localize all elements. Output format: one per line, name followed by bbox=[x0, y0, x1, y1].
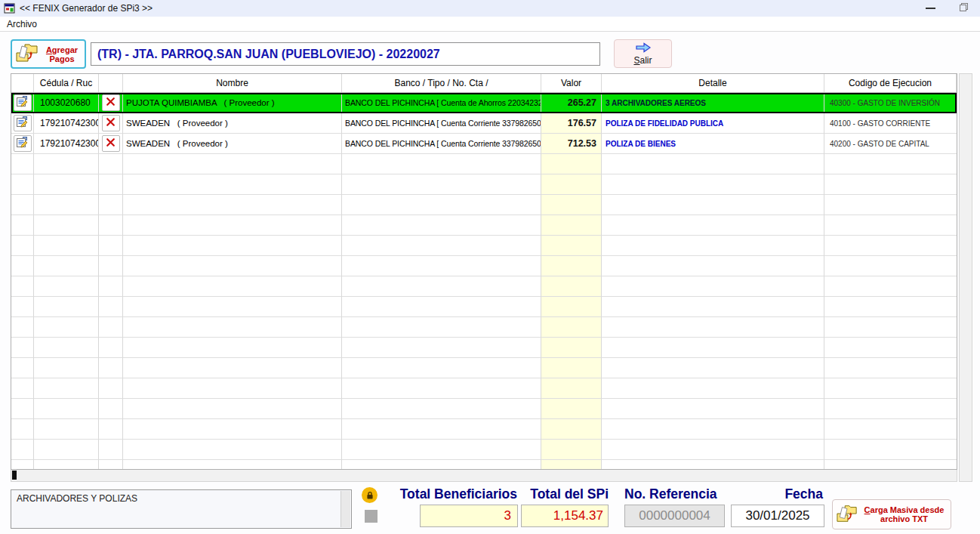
cell-valor bbox=[541, 378, 602, 399]
menubar: Archivo bbox=[0, 17, 980, 32]
cell-nombre bbox=[123, 460, 342, 470]
cell-banco bbox=[342, 236, 541, 256]
edit-row-cell bbox=[11, 460, 34, 470]
titlebar: << FENIX Generador de SPi3 >> bbox=[0, 0, 980, 17]
grid-header-cell: Codigo de Ejecucion bbox=[824, 74, 957, 92]
table-row-empty bbox=[11, 154, 957, 174]
restore-button[interactable] bbox=[947, 0, 980, 17]
delete-row-button[interactable] bbox=[102, 115, 120, 131]
cell-valor bbox=[541, 276, 602, 297]
table-row-empty bbox=[11, 419, 957, 440]
cell-detalle bbox=[602, 378, 824, 399]
cell-nombre bbox=[123, 399, 342, 419]
table-row-empty bbox=[11, 195, 957, 215]
fecha-field[interactable]: 30/01/2025 bbox=[731, 505, 824, 527]
descripcion-text: ARCHIVADORES Y POLIZAS bbox=[17, 493, 137, 504]
cell-banco bbox=[342, 419, 541, 440]
cell-codigo bbox=[824, 174, 957, 195]
cell-cedula bbox=[34, 358, 99, 378]
cell-nombre: SWEADEN ( Proveedor ) bbox=[123, 134, 342, 154]
folder-import-icon bbox=[836, 503, 858, 526]
cell-codigo bbox=[824, 440, 957, 460]
table-row[interactable]: 1003020680PUJOTA QUIMBIAMBA ( Proveedor … bbox=[11, 93, 957, 113]
cell-cedula bbox=[34, 276, 99, 297]
table-row-empty bbox=[11, 338, 957, 358]
cell-valor bbox=[541, 174, 602, 195]
cell-detalle bbox=[602, 256, 824, 276]
menu-item-archivo[interactable]: Archivo bbox=[0, 19, 44, 29]
table-row-empty bbox=[11, 215, 957, 236]
edit-row-cell bbox=[11, 399, 34, 419]
cell-nombre: SWEADEN ( Proveedor ) bbox=[123, 113, 342, 134]
cell-banco bbox=[342, 154, 541, 174]
agregar-pagos-label: Agregar Pagos bbox=[42, 45, 82, 63]
cell-valor bbox=[541, 419, 602, 440]
delete-row-cell bbox=[99, 174, 123, 195]
edit-row-button[interactable] bbox=[14, 94, 32, 111]
entity-input[interactable]: (TR) - JTA. PARROQ.SAN JUAN (PUEBLOVIEJO… bbox=[91, 42, 600, 66]
total-spi-label: Total del SPi bbox=[529, 486, 609, 503]
delete-row-cell bbox=[99, 195, 123, 215]
cell-nombre bbox=[123, 440, 342, 460]
horizontal-scroll-thumb[interactable] bbox=[12, 471, 17, 480]
delete-row-button[interactable] bbox=[102, 94, 120, 111]
edit-row-cell bbox=[11, 174, 34, 195]
minimize-button[interactable] bbox=[914, 0, 947, 17]
edit-row-cell bbox=[11, 276, 34, 297]
cell-codigo: 40300 - GASTO DE INVERSIÓN bbox=[824, 93, 957, 113]
red-x-icon bbox=[106, 96, 116, 110]
cell-banco bbox=[342, 317, 541, 338]
cell-valor bbox=[541, 317, 602, 338]
cell-detalle: POLIZA DE FIDELIDAD PUBLICA bbox=[602, 113, 824, 134]
cell-nombre bbox=[123, 338, 342, 358]
cell-banco bbox=[342, 460, 541, 470]
grid-horizontal-scrollbar[interactable] bbox=[11, 470, 957, 482]
table-row-empty bbox=[11, 174, 957, 195]
cell-detalle bbox=[602, 338, 824, 358]
gray-indicator bbox=[365, 510, 378, 523]
salir-button[interactable]: Salir bbox=[614, 39, 672, 68]
delete-row-button[interactable] bbox=[102, 135, 120, 152]
grid-vertical-scrollbar[interactable] bbox=[959, 73, 972, 482]
grid-header-cell: Detalle bbox=[602, 74, 824, 92]
cell-detalle bbox=[602, 419, 824, 440]
edit-row-button[interactable] bbox=[14, 115, 32, 131]
table-row[interactable]: 1792107423001SWEADEN ( Proveedor )BANCO … bbox=[11, 113, 957, 134]
table-row-empty bbox=[11, 440, 957, 460]
edit-row-cell bbox=[11, 358, 34, 378]
edit-row-cell bbox=[11, 154, 34, 174]
grid-body: 1003020680PUJOTA QUIMBIAMBA ( Proveedor … bbox=[11, 93, 957, 470]
carga-masiva-button[interactable]: Carga Masiva desde archivo TXT bbox=[832, 499, 951, 529]
folder-add-icon bbox=[15, 42, 39, 66]
edit-row-cell bbox=[11, 256, 34, 276]
cell-nombre bbox=[123, 236, 342, 256]
delete-row-cell bbox=[99, 256, 123, 276]
cell-codigo bbox=[824, 154, 957, 174]
edit-row-button[interactable] bbox=[14, 135, 32, 152]
cell-nombre bbox=[123, 419, 342, 440]
cell-detalle: POLIZA DE BIENES bbox=[602, 134, 824, 154]
cell-banco bbox=[342, 358, 541, 378]
cell-valor: 712.53 bbox=[541, 134, 602, 154]
delete-row-cell bbox=[99, 399, 123, 419]
agregar-pagos-button[interactable]: Agregar Pagos bbox=[11, 39, 86, 69]
cell-valor bbox=[541, 195, 602, 215]
cell-nombre bbox=[123, 256, 342, 276]
cell-cedula bbox=[34, 460, 99, 470]
cell-banco: BANCO DEL PICHINCHA [ Cuenta de Ahorros … bbox=[342, 93, 541, 113]
table-row[interactable]: 1792107423001SWEADEN ( Proveedor )BANCO … bbox=[11, 134, 957, 154]
cell-banco bbox=[342, 378, 541, 399]
no-referencia-label: No. Referencia bbox=[624, 486, 738, 503]
table-row-empty bbox=[11, 236, 957, 256]
edit-row-cell bbox=[11, 134, 34, 154]
cell-banco: BANCO DEL PICHINCHA [ Cuenta Corriente 3… bbox=[342, 113, 541, 134]
textarea-scrollbar[interactable] bbox=[341, 491, 350, 527]
cell-valor bbox=[541, 256, 602, 276]
table-row-empty bbox=[11, 399, 957, 419]
edit-row-cell bbox=[11, 317, 34, 338]
cell-cedula: 1792107423001 bbox=[34, 113, 99, 134]
descripcion-textarea[interactable]: ARCHIVADORES Y POLIZAS bbox=[11, 489, 352, 529]
cell-detalle bbox=[602, 440, 824, 460]
cell-codigo bbox=[824, 358, 957, 378]
grid-header-cell: Valor bbox=[541, 74, 602, 92]
